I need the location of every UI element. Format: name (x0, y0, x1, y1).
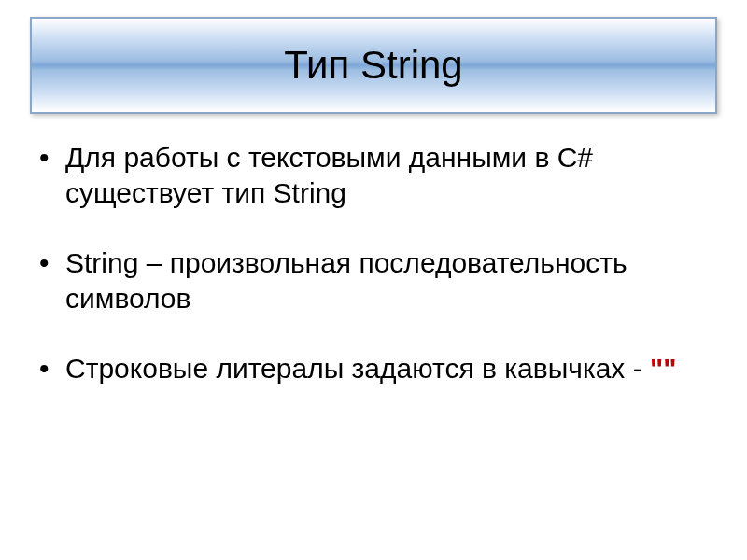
slide-title: Тип String (284, 43, 462, 88)
list-item: String – произвольная последовательность… (35, 245, 712, 315)
list-item: Строковые литералы задаются в кавычках -… (35, 351, 712, 386)
bullet-text: Для работы с текстовыми данными в С# сущ… (65, 142, 593, 208)
quote-literal: "" (650, 353, 676, 384)
bullet-text: String – произвольная последовательность… (65, 247, 627, 314)
slide: Тип String Для работы с текстовыми данны… (0, 0, 747, 560)
title-box: Тип String (30, 17, 717, 114)
bullet-text: Строковые литералы задаются в кавычках - (65, 353, 650, 384)
list-item: Для работы с текстовыми данными в С# сущ… (35, 140, 712, 210)
bullet-list: Для работы с текстовыми данными в С# сущ… (35, 140, 712, 386)
content-area: Для работы с текстовыми данными в С# сущ… (35, 140, 712, 422)
